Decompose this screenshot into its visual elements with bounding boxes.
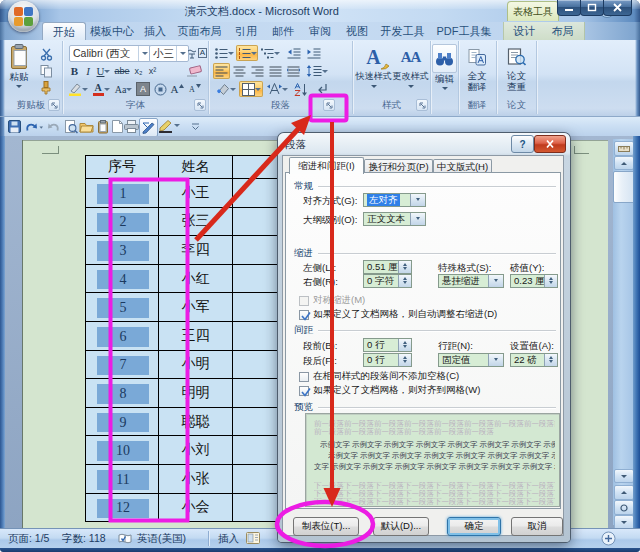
underline-button[interactable]: U (95, 63, 112, 79)
alignment-combo[interactable]: 左对齐 (363, 193, 426, 207)
tab-pdf-tools[interactable]: PDF工具集 (431, 22, 497, 40)
bullets-button[interactable] (213, 45, 235, 61)
table-row-3-name-cell[interactable]: 李四 (159, 236, 233, 265)
tab-references[interactable]: 引用 (229, 22, 263, 40)
font-dialog-launcher[interactable] (194, 99, 206, 111)
borders-button[interactable] (239, 81, 263, 97)
table-header-cell[interactable]: 序号 (86, 156, 159, 179)
tab-home[interactable]: 开始 (42, 22, 86, 41)
tabs-button[interactable]: 制表位(T)... (293, 517, 359, 536)
tab-insert[interactable]: 插入 (139, 22, 171, 40)
print-preview-button[interactable] (62, 118, 79, 135)
align-left-button[interactable] (213, 63, 230, 79)
format-painter-button[interactable] (37, 80, 55, 96)
table-row-10-name-cell[interactable]: 小刘 (159, 436, 233, 465)
table-row-12-num-cell[interactable]: 12 (86, 494, 159, 523)
table-row-1-num-cell[interactable]: 1 (86, 179, 159, 208)
table-row-9-num-cell[interactable]: 9 (86, 408, 159, 437)
align-center-button[interactable] (231, 63, 248, 79)
special-format-dropdown[interactable] (488, 275, 503, 287)
indent-right-spin-buttons[interactable] (398, 275, 411, 287)
table-row-11-name-cell[interactable]: 小张 (159, 465, 233, 494)
open-button[interactable] (78, 118, 95, 135)
table-row-5-num-cell[interactable]: 5 (86, 293, 159, 322)
bold-button[interactable]: B (68, 63, 81, 79)
font-color-button[interactable]: A (90, 81, 112, 97)
table-row-7-name-cell[interactable]: 小明 (159, 351, 233, 380)
tab-table-design[interactable]: 设计 (505, 22, 543, 40)
table-row-6-name-cell[interactable]: 王四 (159, 322, 233, 351)
table-row-2-num-cell[interactable]: 2 (86, 208, 159, 237)
asian-layout-button[interactable] (265, 81, 289, 97)
vertical-scrollbar[interactable] (613, 139, 633, 525)
table-row-3-num-cell[interactable]: 3 (86, 236, 159, 265)
table-row-8-num-cell[interactable]: 8 (86, 379, 159, 408)
tab-template-center[interactable]: 模板中心 (88, 22, 136, 40)
office-button[interactable] (8, 1, 39, 32)
select-browse-object-button[interactable] (614, 500, 634, 515)
indent-right-spinner[interactable]: 0 字符 (363, 274, 412, 288)
dialog-help-button[interactable]: ? (511, 135, 534, 153)
table-row-8-name-cell[interactable]: 明明 (159, 379, 233, 408)
cancel-button[interactable]: 取消 (511, 517, 563, 536)
superscript-button[interactable]: x² (146, 63, 159, 79)
outline-dropdown[interactable] (410, 213, 425, 225)
table-row-6-num-cell[interactable]: 6 (86, 322, 159, 351)
character-border-button[interactable]: A (197, 45, 208, 61)
by-spin-buttons[interactable] (544, 275, 557, 287)
shrink-font-button[interactable]: A (187, 81, 203, 97)
no-space-same-style-checkbox[interactable] (299, 372, 309, 382)
italic-button[interactable]: I (82, 63, 94, 79)
zoom-in-button[interactable] (601, 531, 616, 548)
pen-color-button[interactable] (157, 118, 181, 135)
undo-button[interactable] (22, 118, 44, 135)
before-spin-buttons[interactable] (398, 339, 411, 351)
table-row-7-num-cell[interactable]: 7 (86, 351, 159, 380)
maximize-button[interactable] (580, 0, 604, 16)
save-button[interactable] (6, 118, 23, 135)
copy-button[interactable] (37, 63, 55, 79)
paragraph-dialog-launcher[interactable] (323, 99, 335, 111)
tab-developer[interactable]: 开发工具 (376, 22, 429, 40)
previous-page-button[interactable] (614, 485, 634, 500)
change-case-button[interactable]: Aa (113, 81, 134, 97)
status-language[interactable]: 英语(美国) (137, 532, 186, 546)
close-button[interactable] (603, 0, 632, 16)
auto-adjust-checkbox[interactable] (299, 310, 309, 320)
phonetic-guide-button[interactable] (186, 45, 197, 61)
clipboard-dialog-launcher[interactable] (48, 99, 60, 111)
by-spinner[interactable]: 0.23 厘米 (510, 274, 558, 288)
line-spacing-button[interactable] (304, 63, 330, 79)
dialog-close-button[interactable] (534, 135, 566, 153)
default-button[interactable]: 默认(D)... (373, 517, 429, 536)
table-row-12-name-cell[interactable]: 小会 (159, 494, 233, 523)
special-format-combo[interactable]: 悬挂缩进 (438, 274, 504, 288)
at-spinner[interactable]: 22 磅 (510, 353, 558, 367)
full-translate-button[interactable]: 全文 翻译 (461, 44, 493, 92)
line-spacing-combo[interactable]: 固定值 (438, 353, 504, 367)
scrollbar-thumb[interactable] (613, 171, 635, 203)
sort-button[interactable] (291, 81, 311, 97)
table-row-11-num-cell[interactable]: 11 (86, 465, 159, 494)
table-row-2-name-cell[interactable]: 张三 (159, 208, 233, 237)
status-words[interactable]: 字数: 118 (62, 532, 106, 546)
table-row-9-name-cell[interactable]: 聪聪 (159, 408, 233, 437)
table-row-4-num-cell[interactable]: 4 (86, 265, 159, 294)
table-row-5-name-cell[interactable]: 小军 (159, 293, 233, 322)
indent-left-spin-buttons[interactable] (398, 261, 411, 273)
alignment-dropdown[interactable] (410, 194, 425, 206)
tab-view[interactable]: 视图 (340, 22, 374, 40)
line-spacing-dropdown[interactable] (488, 354, 503, 366)
character-shading-button[interactable]: A (135, 81, 151, 97)
indent-left-spinner[interactable]: 0.51 厘米 (363, 260, 412, 274)
insert-mode-icon[interactable] (246, 532, 260, 546)
status-page[interactable]: 页面: 1/5 (8, 532, 49, 546)
quick-styles-button[interactable]: A 快速样式 (355, 44, 392, 91)
distribute-button[interactable] (285, 63, 302, 79)
tab-mailings[interactable]: 邮件 (266, 22, 300, 40)
after-spin-buttons[interactable] (398, 354, 411, 366)
strikethrough-button[interactable]: abe (113, 63, 131, 79)
tab-table-layout[interactable]: 布局 (544, 22, 581, 40)
table-row-1-name-cell[interactable]: 小王 (159, 179, 233, 208)
text-highlight-button[interactable] (66, 81, 89, 97)
